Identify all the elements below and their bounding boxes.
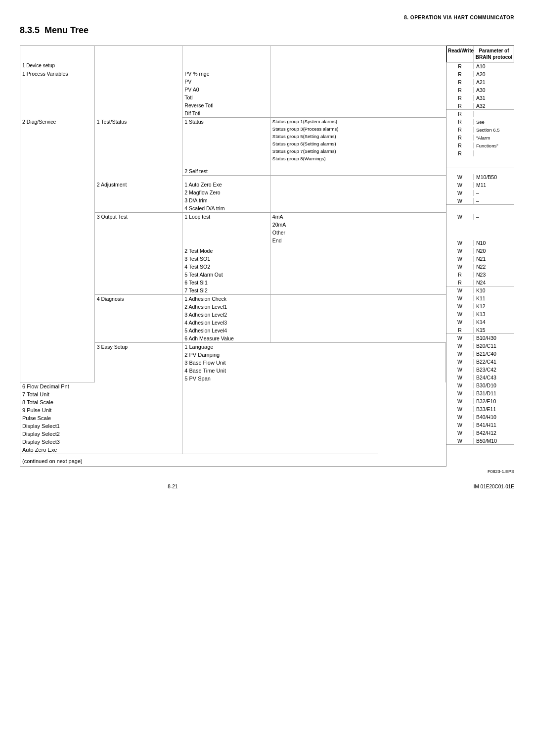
rw-header: Read/Write <box>447 46 474 62</box>
section-title: 8.3.5 Menu Tree <box>20 25 514 36</box>
pv-rnge: PV % rnge <box>184 71 209 77</box>
group1-label: 1 Process Variables <box>22 71 68 77</box>
brain-header: Parameter of BRAIN protocol <box>474 46 514 62</box>
doc-ref: IM 01E20C01-01E <box>474 484 514 489</box>
figure-ref: F0823-1.EPS <box>20 469 514 474</box>
page-footer: 8-21 IM 01E20C01-01E <box>20 484 514 489</box>
page-number: 8-21 <box>168 484 178 489</box>
device-setup-label: 1 Device setup <box>22 63 55 68</box>
continued-note: (continued on next page) <box>22 458 83 464</box>
group3-label: 3 Easy Setup <box>97 344 128 350</box>
group2-label: 2 Diag/Service <box>22 119 56 125</box>
page-header: 8. OPERATION VIA HART COMMUNICATOR <box>20 15 514 20</box>
